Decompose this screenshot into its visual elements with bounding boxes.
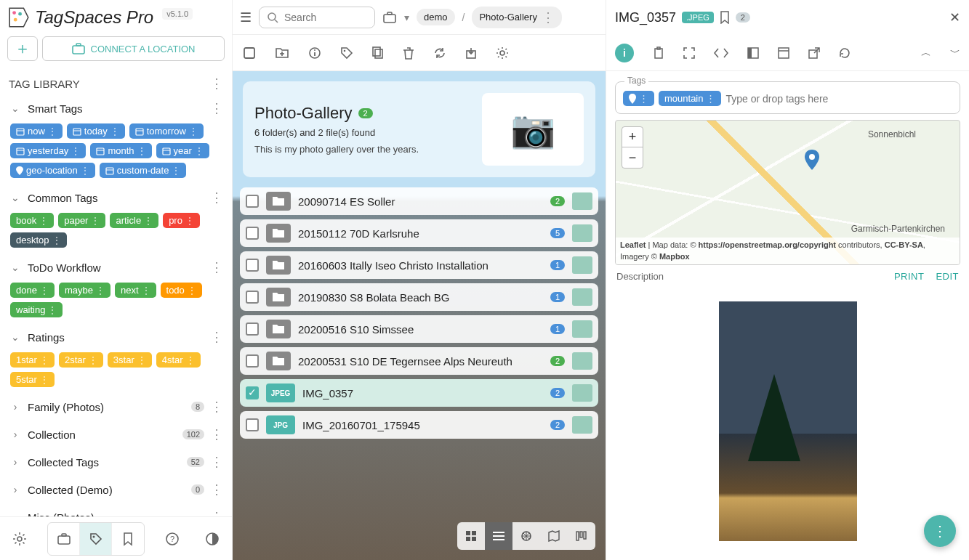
window-icon[interactable]	[778, 47, 789, 59]
group-menu-icon[interactable]: ⋮	[210, 190, 223, 206]
tag-article[interactable]: article⋮	[110, 213, 158, 228]
fab-button[interactable]: ⋮	[924, 515, 956, 547]
tag-waiting[interactable]: waiting⋮	[10, 302, 63, 317]
file-row[interactable]: 20160603 Itally Iseo Christo Installatio…	[240, 251, 598, 279]
tag-desktop[interactable]: desktop⋮	[10, 232, 67, 248]
bookmarks-tab-icon[interactable]	[112, 523, 144, 555]
file-row[interactable]: JPEG IMG_0357 2	[240, 379, 598, 407]
tag-2star[interactable]: 2star⋮	[59, 352, 103, 368]
tag-4star[interactable]: 4star⋮	[156, 352, 201, 368]
group-menu-icon[interactable]: ⋮	[210, 454, 223, 470]
folder-icon[interactable]	[382, 11, 397, 24]
group-menu-icon[interactable]: ⋮	[210, 482, 223, 498]
tag-3star[interactable]: 3star⋮	[108, 352, 152, 368]
geo-tag-chip[interactable]: ⋮	[623, 91, 654, 106]
tag-pro[interactable]: pro⋮	[163, 213, 200, 228]
locations-tab-icon[interactable]	[48, 523, 80, 555]
group-menu-icon[interactable]: ⋮	[210, 259, 223, 275]
chevron-down-icon[interactable]: ▾	[404, 12, 409, 23]
tag-5star[interactable]: 5star⋮	[10, 372, 55, 387]
new-folder-icon[interactable]	[275, 47, 289, 59]
group-menu-icon[interactable]: ⋮	[210, 329, 223, 345]
zoom-out-button[interactable]: −	[622, 147, 643, 168]
group-header[interactable]: ⌄ Ratings ⋮	[6, 323, 226, 351]
list-view-icon[interactable]	[485, 522, 512, 550]
group-menu-icon[interactable]: ⋮	[210, 399, 223, 415]
file-checkbox[interactable]	[246, 354, 259, 368]
group-header[interactable]: › Collection 102 ⋮	[6, 421, 226, 448]
new-button[interactable]: ＋	[7, 36, 38, 61]
tag-1star[interactable]: 1star⋮	[10, 352, 55, 368]
file-row[interactable]: 20090714 ES Soller 2	[240, 187, 598, 215]
breadcrumb-menu-icon[interactable]: ⋮	[542, 9, 555, 25]
group-header[interactable]: ⌄ Misc (Photos) ⋮	[6, 503, 226, 516]
group-header[interactable]: › Collected (Demo) 0 ⋮	[6, 476, 226, 503]
tag-now[interactable]: now⋮	[10, 123, 63, 139]
tag-geo-location[interactable]: geo-location⋮	[10, 163, 95, 178]
breadcrumb-folder[interactable]: Photo-Gallery ⋮	[472, 7, 561, 28]
file-row[interactable]: 20190830 S8 Bolata Beach BG 1	[240, 283, 598, 311]
chevron-up-icon[interactable]: ︿	[921, 46, 931, 60]
open-external-icon[interactable]	[808, 47, 820, 59]
file-row[interactable]: 20150112 70D Karlsruhe 5	[240, 219, 598, 247]
fullscreen-icon[interactable]	[683, 47, 695, 59]
kanban-view-icon[interactable]	[568, 522, 595, 550]
tags-input[interactable]	[725, 93, 952, 105]
file-checkbox[interactable]	[246, 386, 259, 399]
clipboard-icon[interactable]	[653, 46, 664, 60]
tags-field[interactable]: Tags ⋮ mountain⋮	[615, 81, 960, 114]
group-header[interactable]: ⌄ ToDo Workflow ⋮	[6, 253, 226, 281]
map[interactable]: + − Sonnenbichl Garmisch-Partenkirchen L…	[615, 120, 960, 265]
file-row[interactable]: JPG IMG_20160701_175945 2	[240, 411, 598, 439]
close-icon[interactable]: ✕	[949, 9, 960, 25]
chevron-down-icon[interactable]: ﹀	[950, 46, 960, 60]
print-button[interactable]: PRINT	[894, 271, 925, 282]
file-checkbox[interactable]	[246, 227, 259, 240]
tag-yesterday[interactable]: yesterday⋮	[10, 143, 86, 158]
search-box[interactable]	[259, 7, 375, 28]
tag-icon[interactable]	[340, 46, 353, 60]
group-header[interactable]: ⌄ Common Tags ⋮	[6, 184, 226, 211]
refresh-icon[interactable]	[839, 47, 851, 59]
tag-today[interactable]: today⋮	[67, 123, 125, 139]
tag-next[interactable]: next⋮	[115, 283, 156, 298]
group-menu-icon[interactable]: ⋮	[210, 509, 223, 516]
group-header[interactable]: ⌄ Smart Tags ⋮	[6, 94, 226, 122]
tag-year[interactable]: year⋮	[156, 143, 209, 158]
select-all-icon[interactable]	[243, 46, 256, 60]
connect-location-button[interactable]: CONNECT A LOCATION	[42, 36, 225, 61]
group-menu-icon[interactable]: ⋮	[210, 426, 223, 442]
group-header[interactable]: › Collected Tags 52 ⋮	[6, 448, 226, 476]
file-checkbox[interactable]	[246, 195, 259, 208]
grid-view-icon[interactable]	[457, 522, 485, 550]
library-menu-icon[interactable]: ⋮	[210, 76, 223, 92]
tag-paper[interactable]: paper⋮	[58, 213, 105, 228]
tag-library-list[interactable]: ⌄ Smart Tags ⋮now⋮today⋮tomorrow⋮yesterd…	[0, 94, 232, 516]
file-row[interactable]: 20200516 S10 Simssee 1	[240, 315, 598, 343]
delete-icon[interactable]	[403, 46, 414, 60]
gallery-view-icon[interactable]	[512, 522, 540, 550]
file-row[interactable]: 20200531 S10 DE Tegernsee Alps Neureuth …	[240, 347, 598, 375]
mountain-tag-chip[interactable]: mountain⋮	[659, 91, 721, 106]
info-icon[interactable]	[308, 46, 321, 60]
help-icon[interactable]: ?	[160, 527, 185, 551]
download-icon[interactable]	[465, 46, 477, 60]
tag-month[interactable]: month⋮	[90, 143, 151, 158]
detail-info-icon[interactable]: i	[615, 44, 634, 62]
tag-todo[interactable]: todo⋮	[161, 283, 202, 298]
copy-icon[interactable]	[372, 46, 384, 60]
zoom-in-button[interactable]: +	[622, 127, 643, 147]
split-left-icon[interactable]	[747, 47, 759, 59]
tag-book[interactable]: book⋮	[10, 213, 54, 228]
settings-icon[interactable]	[7, 527, 32, 551]
map-view-icon[interactable]	[540, 522, 568, 550]
group-header[interactable]: › Family (Photos) 8 ⋮	[6, 393, 226, 421]
theme-toggle-icon[interactable]	[200, 527, 225, 551]
code-icon[interactable]	[714, 48, 728, 58]
sync-icon[interactable]	[433, 46, 446, 60]
search-input[interactable]	[284, 12, 367, 23]
tags-tab-icon[interactable]	[80, 523, 112, 555]
group-menu-icon[interactable]: ⋮	[210, 100, 223, 116]
tag-custom-date[interactable]: custom-date⋮	[100, 163, 187, 178]
file-checkbox[interactable]	[246, 259, 259, 272]
